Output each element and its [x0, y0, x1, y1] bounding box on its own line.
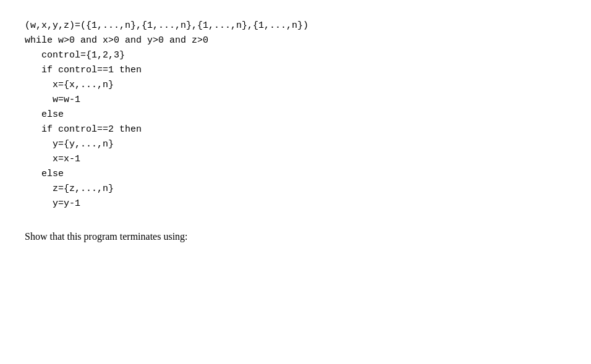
code-line-7: else — [25, 108, 566, 122]
code-line-12: z={z,...,n} — [25, 182, 566, 197]
code-line-6: w=w-1 — [25, 93, 566, 108]
code-line-4: if control==1 then — [25, 63, 566, 78]
code-line-3: control={1,2,3} — [25, 48, 566, 63]
code-line-13: y=y-1 — [25, 197, 566, 211]
code-line-2: while w>0 and x>0 and y>0 and z>0 — [25, 33, 566, 48]
code-line-10: x=x-1 — [25, 152, 566, 167]
code-line-11: else — [25, 167, 566, 182]
code-line-9: y={y,...,n} — [25, 137, 566, 152]
code-line-8: if control==2 then — [25, 122, 566, 137]
code-line-1: (w,x,y,z)=({1,...,n},{1,...,n},{1,...,n}… — [25, 19, 566, 33]
show-that-text: Show that this program terminates using: — [25, 229, 566, 245]
code-block: (w,x,y,z)=({1,...,n},{1,...,n},{1,...,n}… — [25, 19, 566, 211]
code-line-5: x={x,...,n} — [25, 78, 566, 93]
